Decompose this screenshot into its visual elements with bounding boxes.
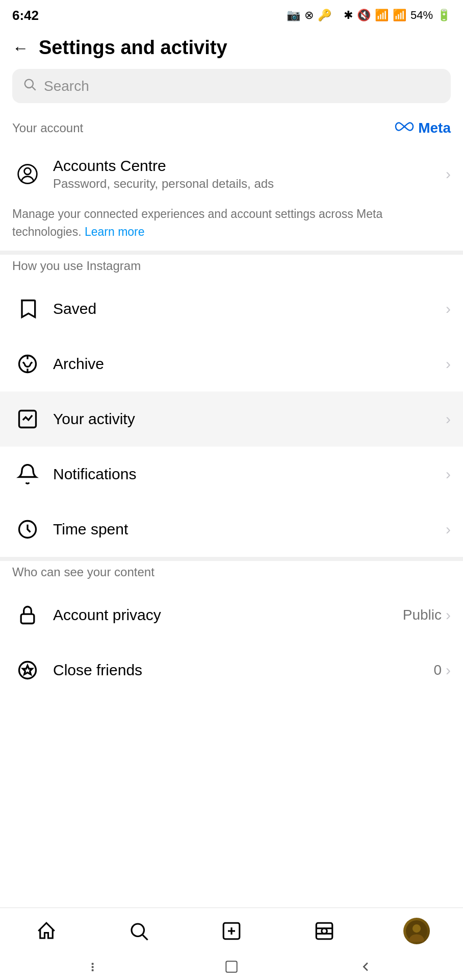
archive-icon [12,349,43,379]
nav-profile[interactable] [396,916,437,946]
bookmark-icon [12,293,43,324]
your-account-section-label: Your account Meta [0,115,463,145]
star-circle-icon [12,655,43,685]
your-activity-item[interactable]: Your activity › [0,391,463,447]
battery-icon: 🔋 [437,9,451,22]
svg-point-3 [24,168,31,175]
chevron-right-icon: › [446,606,451,624]
nav-home[interactable] [26,916,67,946]
chevron-right-icon: › [446,355,451,373]
chevron-right-icon: › [446,165,451,183]
camera-icon: 📷 [287,9,300,22]
svg-point-0 [25,80,33,88]
svg-point-10 [132,924,144,937]
nav-reels[interactable] [304,916,345,946]
lock-icon [12,600,43,630]
bottom-nav [0,908,463,953]
svg-line-1 [32,87,35,90]
status-icons: 📷 ⊗ 🔑 ✱ 🔇 📶 📶 54% 🔋 [287,9,451,22]
account-privacy-title: Account privacy [53,606,403,624]
chevron-right-icon: › [446,300,451,317]
page-title: Settings and activity [39,37,227,59]
wifi-icon: 📶 [375,9,389,22]
archive-item[interactable]: Archive › [0,336,463,391]
close-friends-value: 0 [433,662,442,678]
chevron-right-icon: › [446,410,451,428]
archive-title: Archive [53,355,446,373]
saved-item[interactable]: Saved › [0,281,463,336]
search-bar[interactable]: Search [12,69,451,103]
accounts-centre-subtitle: Password, security, personal details, ad… [53,177,446,191]
saved-title: Saved [53,300,446,317]
time-spent-item[interactable]: Time spent › [0,502,463,557]
profile-avatar [403,918,430,944]
accounts-centre-info: Manage your connected experiences and ac… [0,203,463,251]
your-activity-title: Your activity [53,410,446,428]
chevron-right-icon: › [446,662,451,679]
meta-label: Meta [418,120,451,136]
notifications-item[interactable]: Notifications › [0,447,463,502]
status-bar: 6:42 📷 ⊗ 🔑 ✱ 🔇 📶 📶 54% 🔋 [0,0,463,29]
key-icon: 🔑 [318,9,331,22]
signal-icon: 📶 [393,9,406,22]
saved-content: Saved [53,300,446,317]
section-divider-2 [0,557,463,561]
sys-menu-button[interactable] [90,959,105,974]
sys-home-button[interactable] [223,959,240,975]
accounts-centre-title: Accounts Centre [53,157,446,175]
mute-icon: 🔇 [357,9,371,22]
account-privacy-value: Public [403,607,442,623]
page-header: ← Settings and activity [0,29,463,69]
svg-marker-9 [23,666,32,674]
account-privacy-item[interactable]: Account privacy Public › [0,587,463,643]
svg-rect-7 [21,614,34,623]
learn-more-link[interactable]: Learn more [85,225,145,238]
svg-rect-24 [92,969,94,971]
close-friends-item[interactable]: Close friends 0 › [0,643,463,698]
svg-line-11 [143,935,148,940]
activity-icon [12,404,43,434]
chevron-right-icon: › [446,521,451,538]
search-placeholder-text: Search [44,78,89,94]
meta-logo: Meta [394,119,451,137]
clock-icon [12,514,43,545]
notifications-content: Notifications [53,465,446,483]
svg-rect-22 [92,963,94,965]
accounts-centre-content: Accounts Centre Password, security, pers… [53,157,446,191]
close-friends-title: Close friends [53,662,433,679]
account-privacy-content: Account privacy [53,606,403,624]
back-button[interactable]: ← [12,40,29,56]
search-container: Search [12,69,451,103]
bluetooth-icon: ✱ [344,9,353,22]
section-divider-1 [0,251,463,255]
who-can-see-section-label: Who can see your content [0,561,463,587]
meta-symbol-icon [394,119,415,137]
time-spent-title: Time spent [53,521,446,538]
svg-rect-23 [92,966,94,968]
svg-point-20 [413,924,421,933]
nav-create[interactable] [211,916,252,946]
nfc-icon: ⊗ [304,9,314,22]
sys-back-button[interactable] [358,959,373,974]
status-time: 6:42 [12,8,39,23]
close-friends-content: Close friends [53,662,433,679]
archive-content: Archive [53,355,446,373]
accounts-centre-item[interactable]: Accounts Centre Password, security, pers… [0,145,463,203]
your-activity-content: Your activity [53,410,446,428]
svg-rect-15 [316,923,332,939]
search-icon [22,77,37,95]
person-circle-icon [12,159,43,189]
how-you-use-section-label: How you use Instagram [0,255,463,281]
chevron-right-icon: › [446,465,451,483]
notifications-title: Notifications [53,465,446,483]
svg-rect-25 [226,961,237,972]
battery-percentage: 54% [410,9,433,22]
bell-icon [12,459,43,489]
time-spent-content: Time spent [53,521,446,538]
system-nav [0,953,463,980]
nav-search[interactable] [118,916,159,946]
